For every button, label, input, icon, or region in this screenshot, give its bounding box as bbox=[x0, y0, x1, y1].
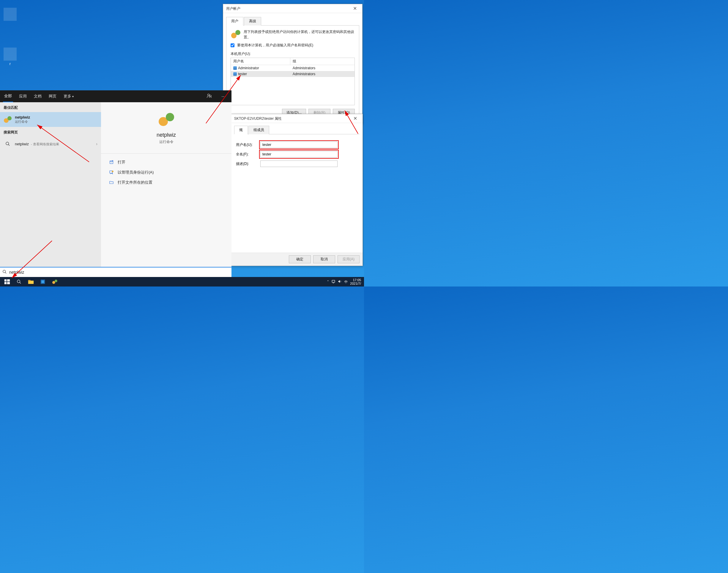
netplwiz-icon bbox=[4, 115, 12, 124]
users-icon bbox=[52, 279, 57, 284]
clock-time: 17:05 bbox=[350, 278, 361, 282]
search-icon bbox=[4, 140, 12, 148]
tab-advanced[interactable]: 高级 bbox=[244, 17, 261, 25]
users-list[interactable]: 用户名 组 Administrator Administrators teste… bbox=[231, 58, 355, 105]
desktop-icon[interactable] bbox=[1, 8, 19, 22]
more-options-icon[interactable]: ⋯ bbox=[219, 93, 228, 100]
start-button[interactable] bbox=[1, 277, 13, 286]
tab-documents[interactable]: 文档 bbox=[33, 91, 43, 102]
user-icon bbox=[233, 66, 237, 70]
action-label: 以管理员身份运行(A) bbox=[118, 170, 154, 175]
taskbar-explorer[interactable] bbox=[25, 277, 37, 286]
fullname-field[interactable] bbox=[260, 151, 338, 158]
dialog-title: SKTOP-E2VUDR2\tester 属性 bbox=[234, 114, 282, 123]
folder-icon bbox=[4, 48, 17, 61]
tab-all[interactable]: 全部 bbox=[3, 90, 13, 103]
web-suffix: - 查看网络搜索结果 bbox=[30, 142, 59, 146]
shield-icon bbox=[109, 170, 114, 175]
windows-icon bbox=[4, 278, 10, 285]
tab-apps[interactable]: 应用 bbox=[18, 91, 28, 102]
taskbar-app-2[interactable] bbox=[49, 277, 61, 286]
desktop-icon[interactable]: r bbox=[1, 48, 19, 66]
ok-button[interactable]: 确定 bbox=[289, 255, 311, 263]
user-accounts-dialog: 用户帐户 ✕ 用户 高级 用下列表授予或拒绝用户访问你的计算机，还可以更改其密码… bbox=[223, 4, 362, 124]
svg-point-6 bbox=[112, 171, 113, 172]
tab-web[interactable]: 网页 bbox=[48, 91, 58, 102]
ime-indicator[interactable]: 中 bbox=[344, 280, 348, 284]
folder-icon bbox=[109, 180, 114, 185]
volume-icon[interactable] bbox=[338, 279, 342, 284]
dialog-title: 用户帐户 bbox=[226, 4, 240, 13]
require-login-label: 要使用本计算机，用户必须输入用户名和密码(E) bbox=[237, 43, 313, 47]
username-label: 用户名(U): bbox=[236, 142, 257, 147]
system-tray[interactable]: ˄ 中 17:05 2021/7/ bbox=[327, 278, 363, 285]
best-match-item[interactable]: netplwiz 运行命令 bbox=[0, 112, 101, 127]
svg-rect-10 bbox=[7, 279, 10, 281]
user-row[interactable]: Administrator Administrators bbox=[231, 65, 354, 71]
column-header-username[interactable]: 用户名 bbox=[231, 58, 290, 65]
column-header-group[interactable]: 组 bbox=[290, 58, 354, 65]
netplwiz-icon bbox=[158, 111, 175, 128]
dialog-titlebar[interactable]: SKTOP-E2VUDR2\tester 属性 ✕ bbox=[231, 114, 362, 123]
action-open[interactable]: 打开 bbox=[107, 157, 226, 167]
search-results-list: 最佳匹配 netplwiz 运行命令 搜索网页 netplwiz - 查看网络搜… bbox=[0, 102, 101, 267]
section-search-web: 搜索网页 bbox=[0, 127, 101, 137]
app-icon bbox=[40, 278, 46, 285]
close-icon[interactable]: ✕ bbox=[351, 114, 359, 123]
apply-button[interactable]: 应用(A) bbox=[338, 255, 359, 263]
svg-rect-17 bbox=[41, 280, 44, 283]
tab-more[interactable]: 更多 bbox=[62, 91, 75, 102]
description-field[interactable] bbox=[260, 160, 338, 167]
recycle-bin-icon bbox=[4, 8, 17, 21]
tray-chevron-up-icon[interactable]: ˄ bbox=[327, 280, 329, 284]
taskbar: ˄ 中 17:05 2021/7/ bbox=[0, 277, 364, 286]
svg-rect-11 bbox=[4, 282, 6, 284]
tabstrip: 用户 高级 bbox=[226, 17, 359, 25]
close-icon[interactable]: ✕ bbox=[351, 4, 359, 13]
svg-point-0 bbox=[208, 94, 210, 96]
search-box[interactable] bbox=[0, 267, 231, 277]
network-icon[interactable] bbox=[331, 279, 335, 284]
description-label: 描述(D): bbox=[236, 161, 257, 166]
taskbar-search-button[interactable] bbox=[13, 277, 25, 286]
require-login-checkbox[interactable]: 要使用本计算机，用户必须输入用户名和密码(E) bbox=[231, 43, 313, 47]
action-label: 打开文件所在的位置 bbox=[118, 180, 153, 185]
require-login-checkbox-input[interactable] bbox=[231, 43, 234, 47]
tab-users[interactable]: 用户 bbox=[226, 17, 243, 25]
search-input[interactable] bbox=[9, 270, 229, 275]
clock[interactable]: 17:05 2021/7/ bbox=[350, 278, 361, 285]
users-list-label: 本机用户(U): bbox=[231, 51, 355, 56]
user-name: tester bbox=[238, 72, 247, 76]
svg-rect-9 bbox=[4, 279, 6, 281]
feedback-icon[interactable] bbox=[204, 92, 214, 101]
clock-date: 2021/7/ bbox=[350, 282, 361, 285]
svg-point-7 bbox=[3, 270, 6, 273]
taskbar-app-1[interactable] bbox=[37, 277, 49, 286]
preview-title: netplwiz bbox=[107, 132, 226, 138]
user-icon bbox=[233, 72, 237, 76]
section-best-match: 最佳匹配 bbox=[0, 102, 101, 112]
tab-general[interactable]: 规 bbox=[234, 126, 248, 134]
users-icon bbox=[231, 29, 241, 39]
dialog-description: 用下列表授予或拒绝用户访问你的计算机，还可以更改其密码和其他设置。 bbox=[244, 29, 355, 40]
action-open-location[interactable]: 打开文件所在的位置 bbox=[107, 177, 226, 188]
svg-rect-18 bbox=[332, 280, 335, 282]
action-label: 打开 bbox=[118, 160, 125, 165]
svg-point-13 bbox=[17, 280, 20, 282]
svg-rect-15 bbox=[28, 280, 31, 281]
desktop-icon-label: r bbox=[9, 62, 11, 66]
search-icon bbox=[2, 270, 7, 275]
action-run-as-admin[interactable]: 以管理员身份运行(A) bbox=[107, 167, 226, 177]
user-group: Administrators bbox=[293, 72, 316, 76]
svg-line-8 bbox=[5, 272, 6, 273]
web-search-item[interactable]: netplwiz - 查看网络搜索结果 › bbox=[0, 137, 101, 151]
search-icon bbox=[17, 279, 21, 284]
tab-membership[interactable]: 组成员 bbox=[248, 126, 269, 134]
svg-line-14 bbox=[19, 282, 21, 283]
username-field[interactable] bbox=[260, 142, 338, 148]
user-row[interactable]: tester Administrators bbox=[231, 71, 354, 77]
cancel-button[interactable]: 取消 bbox=[313, 255, 335, 263]
user-name: Administrator bbox=[238, 66, 259, 70]
dialog-titlebar[interactable]: 用户帐户 ✕ bbox=[223, 4, 362, 13]
folder-icon bbox=[27, 278, 34, 285]
